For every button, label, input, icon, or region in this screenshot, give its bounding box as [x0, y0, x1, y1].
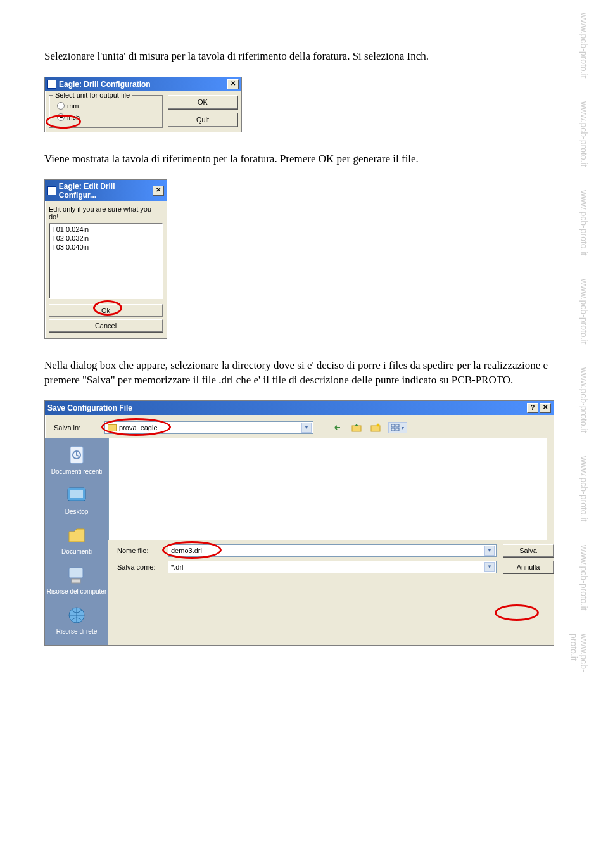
- radio-inch-label: inch: [67, 113, 80, 121]
- filename-input[interactable]: demo3.drl ▼: [168, 544, 497, 557]
- ok-button[interactable]: Ok: [49, 304, 163, 317]
- dialog-title: Eagle: Drill Configuration: [59, 80, 151, 89]
- radio-icon: [57, 113, 65, 121]
- watermark-text: www.pcb-proto.it: [579, 279, 589, 344]
- app-icon: [48, 186, 56, 195]
- drill-config-dialog: Eagle: Drill Configuration ✕ Select unit…: [44, 77, 242, 132]
- watermark-text: www.pcb-proto.it: [569, 634, 589, 690]
- radio-icon: [57, 102, 65, 110]
- svg-rect-10: [69, 568, 83, 578]
- watermark-text: www.pcb-proto.it: [579, 190, 589, 255]
- up-one-level-icon[interactable]: [350, 422, 363, 433]
- help-icon[interactable]: ?: [527, 403, 538, 413]
- ok-button[interactable]: OK: [168, 95, 238, 109]
- dialog-title: Save Configuration File: [48, 404, 132, 412]
- shortcut-label: Risorse del computer: [45, 588, 108, 595]
- shortcut-desktop[interactable]: Desktop: [45, 484, 108, 515]
- watermark-text: www.pcb-proto.it: [579, 13, 589, 78]
- unit-groupbox: Select unit for output file mm inch: [49, 95, 163, 128]
- shortcut-label: Risorse di rete: [45, 628, 108, 635]
- paragraph-1: Selezionare l'unita' di misura per la ta…: [44, 49, 564, 64]
- salva-in-label: Salva in:: [54, 424, 98, 431]
- quit-button[interactable]: Quit: [168, 113, 238, 127]
- radio-inch[interactable]: inch: [57, 113, 157, 121]
- close-icon[interactable]: ✕: [153, 186, 164, 196]
- shortcut-label: Desktop: [45, 508, 108, 515]
- edit-drill-config-dialog: Eagle: Edit Drill Configur... ✕ Edit onl…: [44, 179, 167, 339]
- folder-icon: [108, 424, 117, 431]
- folder-name: prova_eagle: [119, 424, 158, 431]
- svg-rect-3: [396, 424, 399, 427]
- back-icon[interactable]: [331, 422, 344, 433]
- svg-rect-2: [391, 424, 395, 427]
- shortcut-network[interactable]: Risorse di rete: [45, 604, 108, 635]
- cancel-button[interactable]: Cancel: [49, 319, 163, 332]
- filetype-label: Salva come:: [117, 563, 162, 571]
- chevron-down-icon: ▼: [401, 426, 405, 430]
- close-icon[interactable]: ✕: [227, 79, 239, 89]
- filetype-value: *.drl: [171, 563, 184, 571]
- watermark-text: www.pcb-proto.it: [579, 101, 589, 167]
- group-legend: Select unit for output file: [53, 91, 132, 99]
- filename-value: demo3.drl: [171, 547, 202, 554]
- shortcut-computer[interactable]: Risorse del computer: [45, 564, 108, 595]
- list-item[interactable]: T02 0.032in: [52, 234, 160, 243]
- watermark-text: www.pcb-proto.it: [579, 456, 589, 521]
- shortcut-documents[interactable]: Documenti: [45, 524, 108, 555]
- paragraph-2: Viene mostrata la tavola di riferimento …: [44, 151, 564, 167]
- watermark-text: www.pcb-proto.it: [579, 545, 589, 610]
- svg-rect-5: [396, 428, 399, 431]
- chevron-down-icon[interactable]: ▼: [484, 562, 495, 572]
- svg-rect-4: [391, 428, 395, 431]
- new-folder-icon[interactable]: [369, 422, 382, 433]
- shortcut-bar: Documenti recenti Desktop Documenti: [45, 438, 108, 645]
- shortcut-label: Documenti recenti: [45, 468, 108, 475]
- dialog-title: Eagle: Edit Drill Configur...: [59, 182, 153, 200]
- titlebar[interactable]: Eagle: Drill Configuration ✕: [45, 77, 241, 91]
- shortcut-label: Documenti: [45, 548, 108, 555]
- chevron-down-icon[interactable]: ▼: [301, 423, 312, 433]
- drill-listbox[interactable]: T01 0.024in T02 0.032in T03 0.040in: [49, 223, 163, 299]
- titlebar[interactable]: Eagle: Edit Drill Configur... ✕: [45, 180, 167, 201]
- save-file-dialog: Save Configuration File ? ✕ Salva in: pr…: [44, 400, 554, 646]
- folder-combo[interactable]: prova_eagle ▼: [104, 421, 314, 434]
- cancel-button[interactable]: Annulla: [503, 561, 554, 573]
- filename-label: Nome file:: [117, 547, 162, 554]
- view-menu-icon[interactable]: ▼: [388, 422, 407, 433]
- filetype-combo[interactable]: *.drl ▼: [168, 561, 497, 573]
- svg-rect-11: [72, 579, 80, 583]
- paragraph-3: Nella dialog box che appare, selezionare…: [44, 358, 564, 388]
- shortcut-recent[interactable]: Documenti recenti: [45, 444, 108, 475]
- radio-mm[interactable]: mm: [57, 102, 157, 110]
- list-item[interactable]: T03 0.040in: [52, 243, 160, 252]
- list-item[interactable]: T01 0.024in: [52, 225, 160, 234]
- chevron-down-icon[interactable]: ▼: [484, 546, 495, 556]
- watermark-text: www.pcb-proto.it: [579, 367, 589, 433]
- close-icon[interactable]: ✕: [540, 403, 551, 413]
- titlebar[interactable]: Save Configuration File ? ✕: [45, 401, 554, 415]
- svg-rect-1: [371, 426, 380, 431]
- app-icon: [48, 80, 56, 89]
- radio-mm-label: mm: [67, 102, 79, 110]
- svg-rect-9: [70, 490, 83, 498]
- svg-rect-0: [352, 426, 361, 431]
- hint-text: Edit only if you are sure what you do!: [49, 205, 163, 220]
- file-list-pane[interactable]: [108, 438, 547, 540]
- save-button[interactable]: Salva: [503, 544, 554, 557]
